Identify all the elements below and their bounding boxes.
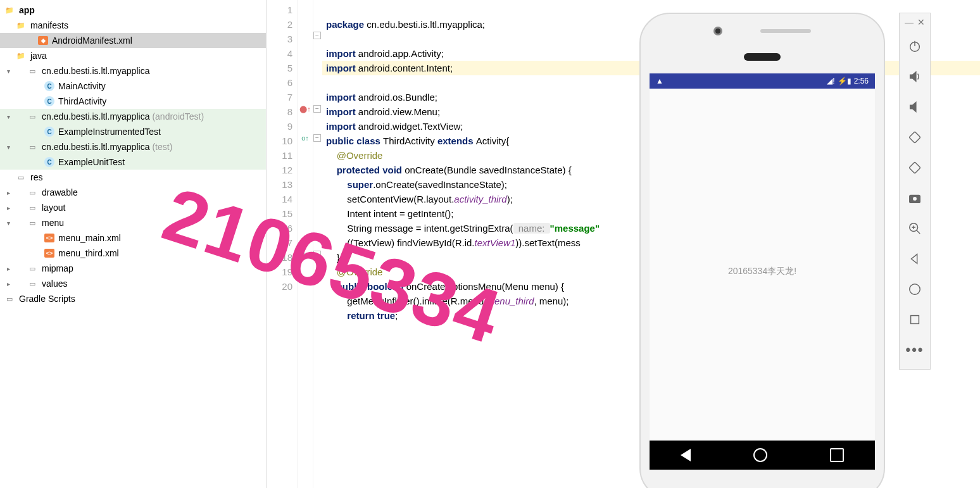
warning-icon: ▲ — [656, 77, 663, 85]
android-status-bar: ▲ ◢! ⚡▮ 2:56 — [650, 73, 875, 89]
line-number-gutter: 1234567891011121314151617181920 — [267, 0, 298, 488]
tree-node-mainactivity[interactable]: CMainActivity — [0, 78, 266, 94]
xml-icon: <> — [44, 249, 54, 258]
class-icon: C — [44, 81, 54, 91]
folder-icon: ▭ — [27, 187, 38, 197]
override-icon[interactable]: ⬤↑ — [299, 105, 311, 115]
tree-node-package-main[interactable]: ▾▭cn.edu.besti.is.ltl.myapplica — [0, 63, 266, 78]
package-icon: ▭ — [27, 142, 38, 152]
svg-point-10 — [910, 284, 920, 295]
tree-node-res[interactable]: ▭res — [0, 170, 266, 185]
nav-home-button[interactable] — [753, 448, 767, 462]
svg-line-7 — [917, 230, 920, 234]
xml-icon: ◆ — [38, 36, 48, 45]
rotate-right-button[interactable] — [900, 153, 930, 183]
package-icon: ▭ — [27, 111, 38, 122]
tree-node-exampleinstrumentedtest[interactable]: CExampleInstrumentedTest — [0, 124, 266, 139]
tree-node-drawable[interactable]: ▸▭drawable — [0, 185, 266, 200]
tree-node-menu-main-xml[interactable]: <>menu_main.xml — [0, 230, 266, 246]
tree-node-package-androidtest[interactable]: ▾▭cn.edu.besti.is.ltl.myapplica(androidT… — [0, 109, 266, 124]
emulator-home-button[interactable] — [900, 274, 930, 304]
fold-toggle[interactable]: − — [313, 251, 321, 258]
tree-node-gradle-scripts[interactable]: ▭Gradle Scripts — [0, 291, 266, 306]
android-nav-bar — [650, 441, 875, 470]
app-content-text: 20165334李天龙! — [650, 266, 875, 277]
class-icon: C — [44, 96, 54, 106]
chevron-down-icon: ▾ — [4, 144, 13, 151]
override-arrow-icon[interactable]: o↑ — [299, 251, 311, 261]
camera-icon — [713, 27, 722, 35]
xml-icon: <> — [44, 234, 54, 242]
class-icon: C — [44, 157, 54, 167]
tree-node-layout[interactable]: ▸▭layout — [0, 200, 266, 215]
volume-down-button[interactable] — [900, 92, 930, 122]
tree-node-manifests[interactable]: 📁manifests — [0, 18, 266, 33]
folder-icon: ▭ — [27, 263, 38, 273]
power-button[interactable] — [900, 31, 930, 61]
nav-recent-button[interactable] — [830, 448, 844, 462]
tree-node-menu-third-xml[interactable]: <>menu_third.xml — [0, 246, 266, 261]
emulator-more-button[interactable]: ••• — [900, 335, 930, 365]
volume-up-button[interactable] — [900, 61, 930, 92]
tree-node-package-test[interactable]: ▾▭cn.edu.besti.is.ltl.myapplica(test) — [0, 139, 266, 154]
signal-icon: ◢! — [827, 77, 834, 85]
svg-rect-2 — [909, 132, 920, 143]
folder-icon: ▭ — [27, 278, 38, 289]
minimize-button[interactable]: — — [905, 17, 914, 27]
tree-node-exampleunittest[interactable]: CExampleUnitTest — [0, 154, 266, 170]
zoom-button[interactable] — [900, 213, 930, 244]
close-button[interactable]: ✕ — [917, 17, 925, 27]
battery-icon: ⚡▮ — [838, 77, 851, 85]
emulator-back-button[interactable] — [900, 244, 930, 274]
svg-point-5 — [912, 196, 917, 201]
chevron-right-icon: ▸ — [4, 265, 13, 272]
screenshot-button[interactable] — [900, 183, 930, 213]
tree-node-menu[interactable]: ▾▭menu — [0, 215, 266, 230]
emulator-toolbar: — ✕ ••• — [899, 13, 931, 370]
nav-back-button[interactable] — [681, 449, 691, 461]
chevron-down-icon: ▾ — [4, 220, 13, 227]
tree-node-manifest-file[interactable]: ◆AndroidManifest.xml — [0, 33, 266, 48]
folder-icon: 📁 — [4, 5, 15, 15]
status-time: 2:56 — [854, 77, 869, 85]
folder-icon: 📁 — [15, 20, 27, 30]
svg-rect-3 — [909, 162, 920, 173]
class-icon: C — [44, 127, 54, 137]
chevron-right-icon: ▸ — [4, 280, 13, 287]
tree-node-app[interactable]: 📁app — [0, 3, 266, 18]
fold-toggle[interactable]: − — [313, 105, 321, 113]
fold-toggle[interactable]: − — [313, 134, 321, 142]
emulator-overview-button[interactable] — [900, 304, 930, 335]
tree-node-java[interactable]: 📁java — [0, 48, 266, 63]
gradle-icon: ▭ — [4, 294, 15, 304]
sensor-slit — [760, 29, 811, 33]
package-icon: ▭ — [27, 66, 38, 76]
fold-gutter: − − − − — [313, 0, 322, 488]
project-tree[interactable]: 📁app 📁manifests ◆AndroidManifest.xml 📁ja… — [0, 0, 266, 488]
speaker-icon — [744, 53, 781, 61]
chevron-down-icon: ▾ — [4, 68, 13, 75]
folder-icon: ▭ — [27, 203, 38, 213]
chevron-right-icon: ▸ — [4, 189, 13, 196]
folder-icon: ▭ — [15, 172, 27, 182]
chevron-right-icon: ▸ — [4, 204, 13, 211]
tree-node-mipmap[interactable]: ▸▭mipmap — [0, 261, 266, 276]
svg-rect-11 — [911, 316, 919, 324]
marker-gutter: ⬤↑ o↑ o↑ — [298, 0, 313, 488]
chevron-down-icon: ▾ — [4, 113, 13, 120]
folder-icon: 📁 — [15, 51, 27, 61]
folder-icon: ▭ — [27, 218, 38, 228]
tree-node-thirdactivity[interactable]: CThirdActivity — [0, 94, 266, 109]
emulator-device-frame: ▲ ◢! ⚡▮ 2:56 20165334李天龙! — [639, 13, 885, 488]
rotate-left-button[interactable] — [900, 122, 930, 153]
override-arrow-icon[interactable]: o↑ — [299, 134, 311, 144]
fold-toggle[interactable]: − — [313, 32, 321, 39]
emulator-screen[interactable]: ▲ ◢! ⚡▮ 2:56 20165334李天龙! — [650, 73, 875, 470]
tree-node-values[interactable]: ▸▭values — [0, 276, 266, 291]
